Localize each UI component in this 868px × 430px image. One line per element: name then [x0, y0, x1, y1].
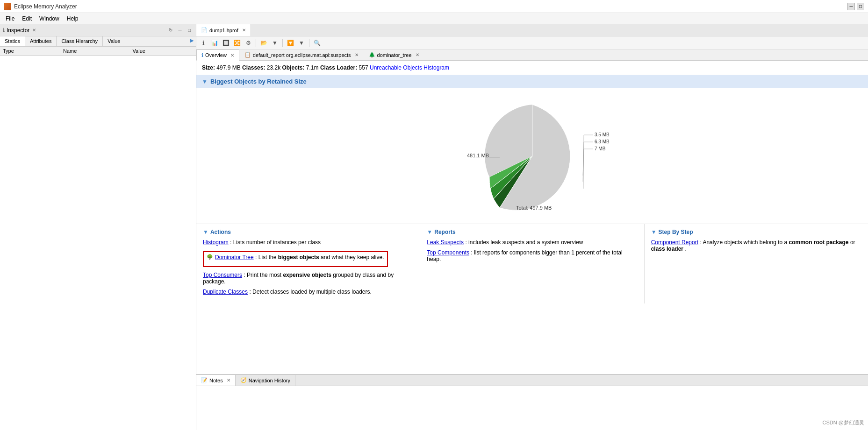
tab-attributes[interactable]: Attributes	[25, 36, 57, 46]
step-by-step-title: Step By Step	[659, 229, 693, 235]
inspector-label: Inspector	[7, 27, 29, 34]
inspector-tab-expand-icon[interactable]: ▶	[188, 36, 196, 44]
inner-tab-overview[interactable]: ℹ Overview ✕	[196, 49, 239, 61]
tab-dump1-hprof[interactable]: 📄 dump1.hprof ✕	[196, 24, 251, 36]
toolbar-sql-icon[interactable]: ⚙	[243, 38, 253, 48]
main-layout: ℹ Inspector ✕ ↻ ─ □ Statics Attributes C…	[0, 24, 868, 430]
top-consumers-link[interactable]: Top Consumers	[203, 272, 242, 278]
bottom-tab-navigation[interactable]: 🧭 Navigation History	[236, 375, 295, 386]
dominator-tab-close[interactable]: ✕	[416, 52, 419, 57]
menu-file[interactable]: File	[2, 14, 18, 23]
legend-6-3mb: 6.3 MB	[595, 139, 610, 144]
dominator-desc-1: : List the	[255, 254, 278, 261]
dominator-bold-1: biggest objects	[278, 254, 319, 261]
bottom-panel: 📝 Notes ✕ 🧭 Navigation History	[196, 374, 868, 430]
dominator-tree-link[interactable]: Dominator Tree	[215, 254, 254, 261]
action-duplicate-classes: Duplicate Classes : Detect classes loade…	[203, 289, 413, 295]
tab-class-hierarchy[interactable]: Class Hierarchy	[57, 36, 103, 46]
actions-title: Actions	[210, 229, 231, 235]
tab-value[interactable]: Value	[103, 36, 125, 46]
toolbar-info-icon[interactable]: ℹ	[198, 38, 208, 48]
inspector-title-bar: ℹ Inspector ✕	[3, 27, 36, 34]
component-report-desc-1: : Analyze objects which belong to a	[700, 239, 789, 246]
minimize-button[interactable]: ─	[847, 3, 855, 10]
reports-title: Reports	[434, 229, 455, 235]
dump1-tab-close[interactable]: ✕	[242, 28, 246, 33]
component-report-bold-1: common root package	[789, 239, 849, 246]
pie-total-label: Total: 497.9 MB	[516, 205, 552, 211]
right-toolbar: ℹ 📊 🔲 🔀 ⚙ 📂 ▼ 🔽 ▼ 🔍	[196, 36, 868, 49]
reports-header: ▼ Reports	[427, 229, 637, 235]
toolbar-histogram-icon[interactable]: 📊	[209, 38, 220, 48]
histogram-link[interactable]: Histogram	[203, 239, 229, 246]
bottom-sections: ▼ Actions Histogram : Lists number of in…	[196, 224, 868, 303]
right-panel: 📄 dump1.hprof ✕ ℹ 📊 🔲 🔀 ⚙ 📂 ▼ 🔽 ▼ 🔍 ℹ	[196, 24, 868, 430]
toolbar-dropdown-icon[interactable]: ▼	[270, 38, 280, 48]
col-type: Type	[0, 47, 60, 56]
menu-edit[interactable]: Edit	[18, 14, 36, 23]
pie-chart-svg: 481.1 MB 3.5 MB 6.3 MB 7 MB	[439, 98, 626, 214]
inner-tab-dominator[interactable]: 🌲 dominator_tree ✕	[364, 49, 424, 60]
inspector-header: ℹ Inspector ✕ ↻ ─ □	[0, 24, 196, 36]
dominator-desc-2: and what they keep alive.	[321, 254, 384, 261]
inspector-maximize-icon[interactable]: □	[186, 27, 193, 34]
action-histogram: Histogram : Lists number of instances pe…	[203, 239, 413, 246]
bottom-panel-tabs: 📝 Notes ✕ 🧭 Navigation History	[196, 375, 868, 386]
report-tab-label: default_report org.eclipse.mat.api:suspe…	[253, 52, 351, 58]
actions-section: ▼ Actions Histogram : Lists number of in…	[196, 224, 420, 303]
inner-tab-report[interactable]: 📋 default_report org.eclipse.mat.api:sus…	[239, 49, 364, 60]
top-components-link[interactable]: Top Components	[427, 249, 469, 256]
col-name: Name	[60, 47, 130, 56]
step-by-step-section: ▼ Step By Step Component Report : Analyz…	[645, 224, 868, 303]
hprof-icon: 📄	[201, 27, 208, 33]
inspector-table: Type Name Value	[0, 47, 196, 430]
menu-help[interactable]: Help	[63, 14, 82, 23]
stats-classes-label: Classes:	[242, 64, 267, 71]
unreachable-objects-link[interactable]: Unreachable Objects Histogram	[370, 64, 449, 71]
leak-suspects-link[interactable]: Leak Suspects	[427, 239, 464, 246]
overview-tab-close[interactable]: ✕	[230, 53, 234, 58]
bottom-tab-notes[interactable]: 📝 Notes ✕	[196, 375, 236, 386]
action-top-consumers: Top Consumers : Print the most expensive…	[203, 272, 413, 285]
legend-3-5mb: 3.5 MB	[595, 132, 610, 137]
bottom-panel-content	[196, 386, 868, 430]
toolbar-search-icon[interactable]: 🔍	[312, 38, 322, 48]
section-collapse-icon[interactable]: ▼	[202, 78, 208, 85]
actions-arrow-icon: ▼	[203, 229, 208, 235]
overview-info-icon: ℹ	[201, 52, 203, 58]
component-report-link[interactable]: Component Report	[651, 239, 698, 246]
app-title: Eclipse Memory Analyzer	[14, 3, 77, 10]
titlebar: Eclipse Memory Analyzer ─ □	[0, 0, 868, 13]
stats-objects-value: 7.1m	[306, 64, 319, 71]
toolbar-thread-icon[interactable]: 🔀	[232, 38, 242, 48]
inspector-close-icon[interactable]: ✕	[32, 28, 36, 33]
dominator-tree-icon-small: 🌳	[207, 254, 213, 260]
toolbar-open-icon[interactable]: 📂	[258, 38, 269, 48]
toolbar-filter-dropdown-icon[interactable]: ▼	[296, 38, 307, 48]
watermark-text: CSDN @梦幻通灵	[823, 419, 864, 426]
legend-7mb: 7 MB	[595, 146, 606, 151]
toolbar-separator-1	[256, 39, 256, 47]
inspector-tabs: Statics Attributes Class Hierarchy Value…	[0, 36, 196, 47]
maximize-button[interactable]: □	[857, 3, 864, 10]
toolbar-heap-icon[interactable]: 🔲	[221, 38, 231, 48]
toolbar-filter-icon[interactable]: 🔽	[285, 38, 295, 48]
menu-window[interactable]: Window	[36, 14, 63, 23]
stats-classloader-label: Class Loader:	[320, 64, 359, 71]
action-dominator: 🌳 Dominator Tree : List the biggest obje…	[207, 254, 384, 261]
inspector-refresh-icon[interactable]: ↻	[167, 27, 174, 34]
inspector-minimize-icon[interactable]: ─	[176, 27, 184, 34]
step-component-report: Component Report : Analyze objects which…	[651, 239, 861, 252]
biggest-objects-header: ▼ Biggest Objects by Retained Size	[196, 75, 868, 88]
overview-tab-label: Overview	[205, 52, 227, 58]
pie-label-481: 481.1 MB	[467, 153, 489, 158]
stats-size-value: 497.9 MB	[216, 64, 240, 71]
tab-statics[interactable]: Statics	[0, 36, 25, 46]
reports-arrow-icon: ▼	[427, 229, 432, 235]
stats-classes-value: 23.2k	[267, 64, 280, 71]
component-report-or: or	[850, 239, 855, 246]
report-tab-close[interactable]: ✕	[355, 52, 359, 57]
notes-tab-close[interactable]: ✕	[227, 378, 230, 383]
duplicate-classes-link[interactable]: Duplicate Classes	[203, 289, 248, 295]
dominator-tab-label: dominator_tree	[377, 52, 412, 58]
